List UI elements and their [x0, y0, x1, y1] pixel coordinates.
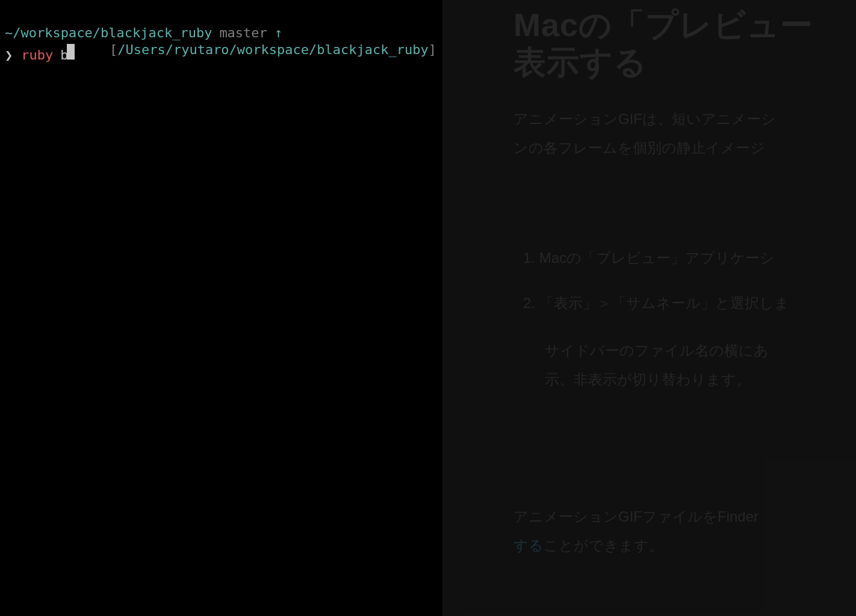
- git-branch: master: [219, 24, 267, 43]
- background-document-window: Macの「プレビュー 表示する アニメーションGIFは、短いアニメーシ ンの各フ…: [442, 0, 856, 616]
- rprompt-close-bracket: ]: [429, 42, 436, 57]
- bg-footer-line1: アニメーションGIFファイルをFinder: [513, 508, 758, 525]
- prompt-line: ~/workspace/blackjack_ruby master ↑: [5, 24, 438, 43]
- bg-footer-line2b: ことができます。: [544, 537, 663, 553]
- bg-para-line1: アニメーションGIFは、短いアニメーシ: [513, 111, 776, 127]
- bg-heading-line2: 表示する: [513, 44, 647, 80]
- background-paragraph: アニメーションGIFは、短いアニメーシ ンの各フレームを個別の静止イメージ: [513, 105, 856, 162]
- bg-heading-line1: Macの「プレビュー: [513, 7, 813, 43]
- bg-sub-line1: サイドバーのファイル名の横にあ: [545, 342, 769, 359]
- bg-para-line2: ンの各フレームを個別の静止イメージ: [513, 140, 765, 156]
- prompt-path: ~/workspace/blackjack_ruby: [5, 24, 212, 43]
- prompt-symbol: ❯: [5, 46, 13, 65]
- bg-footer-link: する: [513, 537, 544, 553]
- bg-list-item-1: 1. Macの「プレビュー」アプリケーシ: [523, 247, 856, 270]
- bg-sub-line2: 示、非表示が切り替わります。: [545, 371, 751, 387]
- background-list: 1. Macの「プレビュー」アプリケーシ 2. 「表示」＞「サムネール」と選択し…: [513, 247, 856, 394]
- background-footer: アニメーションGIFファイルをFinder することができます。: [513, 502, 856, 560]
- background-heading: Macの「プレビュー 表示する: [513, 6, 856, 81]
- command-name: ruby: [21, 46, 53, 65]
- bg-list-item-2: 2. 「表示」＞「サムネール」と選択しま: [523, 292, 856, 315]
- terminal-pane[interactable]: ~/workspace/blackjack_ruby master ↑ ❯ ru…: [0, 0, 442, 616]
- terminal-cursor: [67, 44, 75, 60]
- right-prompt: [/Users/ryutaro/workspace/blackjack_ruby…: [110, 42, 436, 57]
- rprompt-path: /Users/ryutaro/workspace/blackjack_ruby: [117, 42, 429, 57]
- rprompt-open-bracket: [: [110, 42, 117, 57]
- bg-list-sub: サイドバーのファイル名の横にあ 示、非表示が切り替わります。: [523, 336, 856, 394]
- git-ahead-indicator: ↑: [274, 24, 282, 43]
